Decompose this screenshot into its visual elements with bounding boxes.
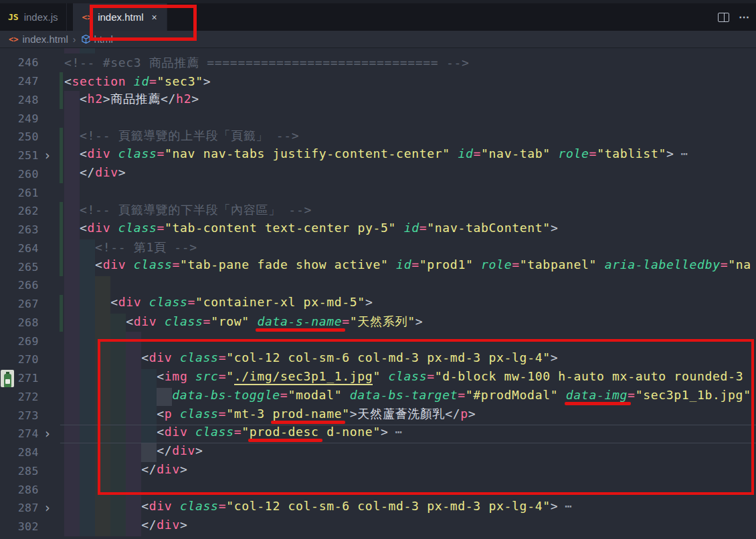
line-number: 265 — [0, 261, 39, 274]
red-underlined-token: prod-name — [272, 407, 342, 421]
git-gutter-indicator — [60, 72, 63, 91]
code-line-263[interactable]: 263<div class="tab-content text-center p… — [0, 221, 756, 239]
git-gutter-indicator — [60, 202, 63, 221]
red-underlined-token: data-img — [566, 388, 628, 402]
line-number: 263 — [0, 223, 39, 236]
code-line-249[interactable]: 249 — [0, 109, 756, 128]
code-line-245[interactable]: 245</div> — [0, 48, 756, 53]
close-tab-icon[interactable]: × — [152, 12, 157, 23]
code-line-267[interactable]: 267<div class="container-xl px-md-5"> — [0, 295, 756, 314]
more-actions-icon[interactable]: ⋯ — [739, 12, 751, 23]
line-number: 302 — [0, 520, 39, 533]
code-line-273[interactable]: 273<p class="mt-3 prod-name">天然蘆薈洗顏乳</p> — [0, 406, 756, 425]
indent-highlight-block — [141, 443, 157, 462]
code-line-268[interactable]: 268<div class="row" data-s-name="天然系列"> — [0, 314, 756, 332]
breadcrumb: <> index.html › html — [0, 31, 756, 48]
git-gutter-indicator — [60, 257, 63, 276]
line-number: 247 — [0, 75, 39, 88]
cube-symbol-icon — [81, 34, 91, 44]
line-number: 267 — [0, 298, 39, 310]
line-number: 268 — [0, 316, 39, 329]
code-line-266[interactable]: 266 — [0, 276, 756, 295]
tab-label: index.js — [24, 11, 58, 23]
code-line-284[interactable]: 284</div> — [0, 443, 756, 462]
image-preview-thumbnail — [1, 370, 14, 387]
git-gutter-indicator — [60, 295, 63, 314]
code-line-264[interactable]: 264<!-- 第1頁 --> — [0, 239, 756, 258]
line-number: 260 — [0, 168, 39, 181]
editor-tab-bar: JS index.js <> index.html × ⋯ — [0, 3, 756, 31]
fold-chevron-icon[interactable]: › — [39, 427, 56, 440]
line-number: 270 — [0, 353, 39, 366]
code-line-251[interactable]: 251›<div class="nav nav-tabs justify-con… — [0, 146, 756, 165]
line-number: 251 — [0, 149, 39, 162]
line-number: 262 — [0, 205, 39, 217]
js-file-icon: JS — [8, 12, 19, 22]
line-number: 264 — [0, 242, 39, 255]
line-number: 284 — [0, 446, 39, 459]
git-gutter-indicator — [60, 128, 63, 146]
code-line-250[interactable]: 250<!-- 頁籤導覽的上半段「頁籤」 --> — [0, 128, 756, 146]
indent-highlight-block — [157, 388, 172, 407]
code-line-302[interactable]: 302</div> — [0, 518, 756, 536]
line-number: 285 — [0, 465, 39, 477]
product-bottle-graphic — [4, 374, 11, 387]
code-line-285[interactable]: 285</div> — [0, 462, 756, 481]
code-line-247[interactable]: 247<section id="sec3"> — [0, 72, 756, 91]
line-number: 246 — [0, 56, 39, 69]
code-line-260[interactable]: 260</div> — [0, 165, 756, 184]
code-line-262[interactable]: 262<!-- 頁籤導覽的下半段「內容區」 --> — [0, 202, 756, 221]
code-line-265[interactable]: 265<div class="tab-pane fade show active… — [0, 257, 756, 276]
html-file-icon: <> — [82, 12, 93, 22]
line-number: 248 — [0, 94, 39, 106]
git-gutter-indicator — [60, 91, 63, 110]
red-underlined-token: prod-desc — [250, 425, 319, 439]
split-editor-icon[interactable] — [718, 13, 729, 22]
line-number: 249 — [0, 112, 39, 125]
line-number: 245 — [0, 48, 39, 50]
code-line-261[interactable]: 261 — [0, 183, 756, 202]
git-gutter-indicator — [60, 146, 63, 165]
git-gutter-indicator — [60, 314, 63, 332]
fold-chevron-icon[interactable]: › — [39, 149, 56, 162]
line-number: 269 — [0, 335, 39, 348]
tab-index-html[interactable]: <> index.html × — [73, 3, 167, 31]
chevron-right-icon: › — [73, 34, 76, 45]
line-number: 287 — [0, 502, 39, 514]
breadcrumb-symbol-html[interactable]: html — [81, 33, 113, 45]
code-line-270[interactable]: 270<div class="col-12 col-sm-6 col-md-3 … — [0, 350, 756, 369]
fold-chevron-icon[interactable]: › — [39, 502, 56, 514]
code-line-271[interactable]: 271<img src="./img/sec3p1_1.jpg" class="… — [0, 369, 756, 388]
tab-label: index.html — [98, 11, 143, 23]
code-line-287[interactable]: 287›<div class="col-12 col-sm-6 col-md-3… — [0, 499, 756, 518]
line-number: 266 — [0, 279, 39, 292]
code-line-269[interactable]: 269 — [0, 332, 756, 350]
code-line-274[interactable]: 274›<div class="prod-desc d-none">⋯ — [0, 425, 756, 443]
line-number: 274 — [0, 427, 39, 440]
code-line-246[interactable]: 246<!-- #sec3 商品推薦 =====================… — [0, 53, 756, 72]
git-gutter-indicator — [60, 239, 63, 258]
git-gutter-indicator — [60, 165, 63, 184]
code-editor[interactable]: 245</div>246<!-- #sec3 商品推薦 ============… — [0, 48, 756, 539]
line-number: 272 — [0, 391, 39, 403]
code-line-286[interactable]: 286 — [0, 480, 756, 499]
breadcrumb-file[interactable]: <> index.html — [9, 33, 68, 45]
line-number: 273 — [0, 409, 39, 422]
red-underlined-token: data-s-name — [257, 314, 342, 328]
html-file-icon: <> — [9, 35, 18, 44]
line-number: 250 — [0, 130, 39, 143]
line-number: 286 — [0, 483, 39, 496]
file-link-token: ./img/sec3p1_1.jpg — [234, 369, 373, 385]
code-line-248[interactable]: 248<h2>商品推薦</h2> — [0, 91, 756, 110]
git-gutter-indicator — [60, 221, 63, 239]
code-line-272[interactable]: 272data-bs-toggle="modal" data-bs-target… — [0, 388, 756, 407]
line-number: 261 — [0, 187, 39, 199]
tab-index-js[interactable]: JS index.js — [0, 3, 67, 31]
